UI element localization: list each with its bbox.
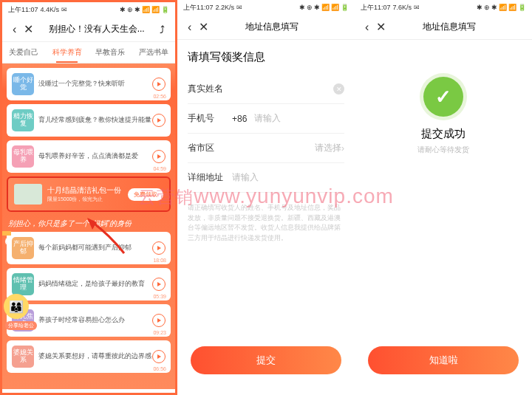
promo-sub: 限量15000份，领完为止 bbox=[47, 196, 128, 203]
audio-card[interactable]: 情绪管理 妈妈情绪稳定，是给孩子最好的教育 05:39 bbox=[7, 268, 171, 300]
audio-card[interactable]: 睡个好觉 没睡过一个完整觉？快来听听 02:56 bbox=[7, 68, 171, 100]
tab-books[interactable]: 严选书单 bbox=[132, 42, 176, 63]
card-text: 养孩子时经常容易担心怎么办 bbox=[38, 316, 152, 325]
card-tag: 情绪管理 bbox=[12, 273, 34, 295]
card-tag: 母乳喂养 bbox=[12, 145, 34, 168]
svg-marker-0 bbox=[87, 218, 97, 230]
audio-card[interactable]: 精力恢复 育儿经常感到疲惫？教你快速提升能量 bbox=[7, 104, 171, 137]
close-icon[interactable]: ✕ bbox=[21, 22, 36, 36]
share-label[interactable]: 分享给老公 bbox=[5, 321, 37, 330]
status-bar: 上午11:077.6K/s✉ ✱⊕✱📶📶🔋 bbox=[355, 0, 532, 15]
duration: 04:59 bbox=[153, 166, 166, 171]
card-text: 育儿经常感到疲惫？教你快速提升能量 bbox=[38, 116, 152, 125]
duration: 09:23 bbox=[153, 330, 166, 335]
back-icon[interactable]: ‹ bbox=[10, 23, 19, 36]
card-tag: 精力恢复 bbox=[12, 109, 34, 131]
duration: 06:56 bbox=[153, 366, 166, 371]
play-icon[interactable] bbox=[152, 314, 166, 327]
card-tag: 睡个好觉 bbox=[12, 73, 34, 95]
audio-card[interactable]: 婆媳关系 婆媳关系要想好，请尊重彼此的边界感 06:56 bbox=[7, 340, 171, 373]
card-tag: 产后抑郁 bbox=[12, 237, 34, 259]
address-label: 详细地址 bbox=[188, 171, 232, 184]
page-title: 地址信息填写 bbox=[211, 21, 332, 33]
play-icon[interactable] bbox=[152, 241, 166, 255]
annotation-arrow bbox=[83, 216, 128, 261]
promo-button[interactable]: 免费领取 bbox=[128, 188, 163, 201]
success-title: 提交成功 bbox=[421, 127, 466, 141]
card-text: 婆媳关系要想好，请尊重彼此的边界感 bbox=[38, 352, 152, 361]
region-label: 省市区 bbox=[188, 142, 232, 154]
phone-field[interactable]: 手机号 +86 请输入 bbox=[188, 104, 344, 134]
page-title: 地址信息填写 bbox=[389, 21, 510, 33]
address-field[interactable]: 详细地址 请输入 bbox=[188, 163, 344, 193]
nav-bar: ‹ ✕ 地址信息填写 bbox=[177, 15, 355, 40]
phone-placeholder: 请输入 bbox=[254, 112, 344, 125]
close-icon[interactable]: ✕ bbox=[373, 20, 389, 34]
play-icon[interactable] bbox=[152, 114, 166, 127]
back-icon[interactable]: ‹ bbox=[185, 21, 194, 34]
status-bar: 上午11:072.2K/s✉ ✱⊕✱📶📶🔋 bbox=[177, 0, 355, 15]
tabs: 关爱自己 科学养育 早教音乐 严选书单 bbox=[2, 42, 175, 63]
share-badge[interactable]: 👨‍👩‍👦 bbox=[4, 294, 29, 319]
success-icon: ✓ bbox=[423, 77, 463, 117]
clear-icon[interactable]: ✕ bbox=[333, 83, 344, 95]
back-icon[interactable]: ‹ bbox=[362, 21, 372, 34]
card-text: 没睡过一个完整觉？快来听听 bbox=[38, 80, 152, 89]
name-field[interactable]: 真实姓名 ✕ bbox=[188, 75, 344, 104]
form-title: 请填写领奖信息 bbox=[188, 50, 344, 64]
card-tag: 婆媳关系 bbox=[12, 346, 34, 368]
submit-button[interactable]: 提交 bbox=[191, 346, 341, 374]
promo-image bbox=[14, 184, 42, 205]
close-icon[interactable]: ✕ bbox=[196, 20, 211, 34]
duration: 05:39 bbox=[153, 294, 166, 299]
success-sub: 请耐心等待发货 bbox=[417, 145, 469, 155]
card-text: 母乳喂养好辛苦，点点滴滴都是爱 bbox=[38, 152, 152, 161]
address-placeholder: 请输入 bbox=[232, 171, 344, 184]
name-label: 真实姓名 bbox=[188, 83, 232, 95]
form-note: 请正确填写收货人的姓名、手机号及地址信息，奖品发放，非质量问题不接受退换货。新疆… bbox=[188, 203, 344, 243]
page-title: 别担心！没有人天生会... bbox=[36, 23, 157, 35]
chevron-right-icon: › bbox=[341, 143, 344, 154]
share-icon[interactable]: ⤴ bbox=[157, 24, 168, 35]
tab-science[interactable]: 科学养育 bbox=[46, 42, 89, 63]
tab-music[interactable]: 早教音乐 bbox=[89, 42, 132, 63]
play-icon[interactable] bbox=[152, 150, 166, 163]
audio-card[interactable]: 育儿焦虑 养孩子时经常容易担心怎么办 09:23 bbox=[7, 304, 171, 337]
duration: 02:56 bbox=[153, 94, 166, 99]
duration: 18:08 bbox=[153, 258, 166, 263]
nav-bar: ‹ ✕ 别担心！没有人天生会... ⤴ bbox=[2, 17, 175, 42]
audio-card[interactable]: 母乳喂养 母乳喂养好辛苦，点点滴滴都是爱 04:59 bbox=[7, 140, 171, 173]
side-tag: 积极情绪 bbox=[2, 231, 11, 236]
promo-title: 十月结晶清洁礼包一份 bbox=[47, 185, 128, 196]
promo-card[interactable]: 十月结晶清洁礼包一份 限量15000份，领完为止 免费领取 bbox=[7, 176, 171, 212]
card-text: 妈妈情绪稳定，是给孩子最好的教育 bbox=[38, 280, 152, 289]
phone-prefix: +86 bbox=[232, 114, 247, 124]
play-icon[interactable] bbox=[152, 278, 166, 291]
region-placeholder: 请选择 bbox=[232, 142, 341, 154]
tab-self[interactable]: 关爱自己 bbox=[2, 42, 46, 63]
phone-label: 手机号 bbox=[188, 112, 232, 125]
status-bar: 上午11:074.4K/s✉ ✱⊕✱📶📶🔋 bbox=[2, 2, 175, 17]
nav-bar: ‹ ✕ 地址信息填写 bbox=[355, 15, 532, 40]
confirm-button[interactable]: 知道啦 bbox=[368, 346, 519, 374]
play-icon[interactable] bbox=[152, 350, 166, 363]
play-icon[interactable] bbox=[152, 78, 166, 91]
region-field[interactable]: 省市区 请选择 › bbox=[188, 134, 344, 163]
